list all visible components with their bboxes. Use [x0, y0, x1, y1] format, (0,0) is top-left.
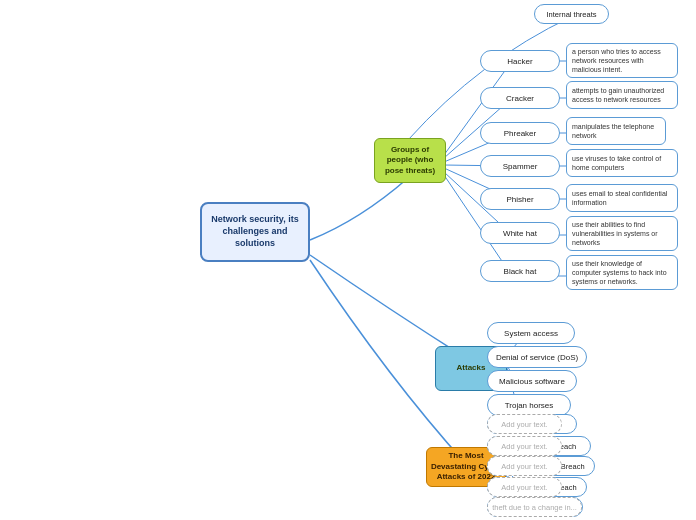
black-hat-label: Black hat [480, 260, 560, 282]
hacker-label: Hacker [480, 50, 560, 72]
phisher-desc: uses email to steal confidential informa… [566, 184, 678, 212]
spammer-desc: use viruses to take control of home comp… [566, 149, 678, 177]
microsoft-breach-add: Add your text. [487, 436, 562, 456]
dos-node: Denial of service (DoS) [487, 346, 587, 368]
cracker-desc: attempts to gain unauthorized access to … [566, 81, 678, 109]
malicious-software-node: Malicious software [487, 370, 577, 392]
phreaker-desc: manipulates the telephone network [566, 117, 666, 145]
trojan-horses-node: Trojan horses [487, 394, 571, 416]
spammer-label: Spammer [480, 155, 560, 177]
groups-of-people-node: Groups of people (who pose threats) [374, 138, 446, 183]
crypto-theft-add: Add your text. [487, 414, 562, 434]
hacker-desc: a person who tries to access network res… [566, 43, 678, 78]
white-hat-desc: use their abilities to find vulnerabilit… [566, 216, 678, 251]
phreaker-label: Phreaker [480, 122, 560, 144]
news-corp-add: Add your text. [487, 456, 562, 476]
system-access-node: System access [487, 322, 575, 344]
black-hat-desc: use their knowledge of computer systems … [566, 255, 678, 290]
mind-map: Network security, its challenges and sol… [0, 0, 696, 520]
internal-threats-node: Internal threats [534, 4, 609, 24]
phisher-label: Phisher [480, 188, 560, 210]
white-hat-label: White hat [480, 222, 560, 244]
cracker-label: Cracker [480, 87, 560, 109]
red-cross-add: Add your text. [487, 477, 562, 497]
central-node: Network security, its challenges and sol… [200, 202, 310, 262]
ronin-add: theft due to a change in... [487, 497, 582, 517]
